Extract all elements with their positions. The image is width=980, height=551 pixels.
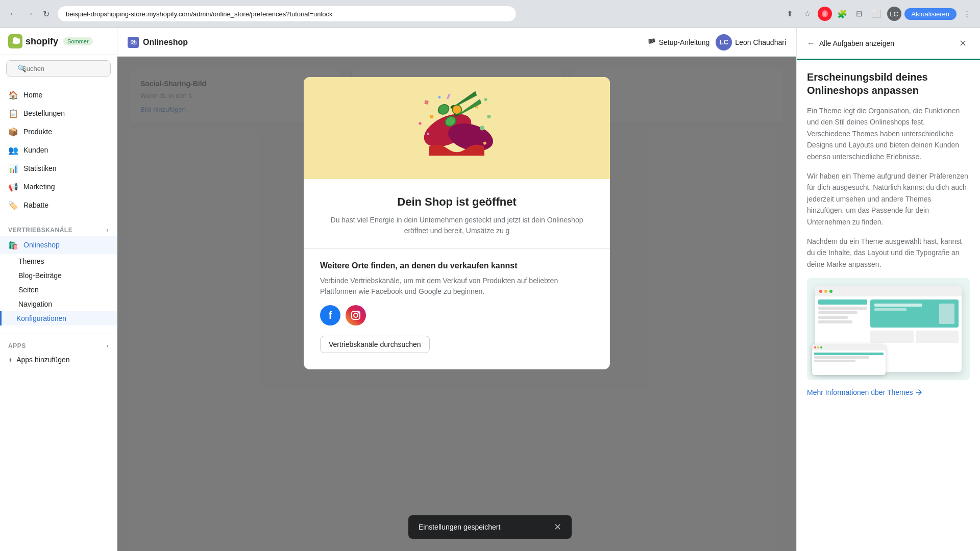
sidebar-item-analytics-label: Statistiken — [23, 164, 57, 172]
add-apps-button[interactable]: + Apps hinzufügen — [0, 352, 117, 368]
svg-point-17 — [480, 126, 484, 131]
sidebar-item-discounts-label: Rabatte — [23, 201, 48, 209]
url-text: beispiel-dropshipping-store.myshopify.co… — [66, 10, 333, 18]
sidebar-item-home[interactable]: 🏠 Home — [0, 86, 117, 104]
shopify-logo-icon — [8, 34, 22, 48]
sidebar-item-marketing-label: Marketing — [23, 183, 55, 191]
dot-green — [829, 290, 832, 293]
right-panel-text-1: Ein Theme legt die Organisation, die Fun… — [807, 105, 970, 162]
apps-arrow[interactable]: › — [107, 342, 109, 349]
tablet-view-button[interactable]: ⬜ — [870, 7, 884, 21]
preview-hero — [870, 299, 959, 328]
right-panel-close-button[interactable]: ✕ — [955, 36, 970, 51]
modal-overlay: Dein Shop ist geöffnet Du hast viel Ener… — [117, 57, 796, 551]
update-button[interactable]: Aktualisieren — [904, 8, 957, 20]
apps-section: Apps › + Apps hinzufügen — [0, 334, 117, 372]
sales-channels-arrow[interactable]: › — [107, 227, 109, 234]
sidebar-item-konfigurationen[interactable]: Konfigurationen — [0, 311, 117, 325]
online-store-icon: 🛍️ — [8, 240, 18, 250]
preview-cards-grid — [870, 331, 959, 343]
svg-point-14 — [436, 103, 451, 116]
profile-button[interactable]: LC — [887, 7, 901, 21]
sidebar-item-orders[interactable]: 📋 Bestellungen — [0, 104, 117, 122]
home-icon: 🏠 — [8, 90, 18, 100]
right-panel-content: Erscheinungsbild deines Onlineshops anpa… — [797, 60, 980, 407]
right-panel-back-button[interactable]: ← Alle Aufgaben anzeigen — [807, 39, 894, 48]
topbar-title-area: 🛍 Onlineshop — [128, 37, 188, 48]
share-button[interactable]: ⬆ — [783, 7, 797, 21]
modal-title: Dein Shop ist geöffnet — [320, 195, 594, 209]
preview-card-2 — [916, 331, 959, 343]
add-apps-label: Apps hinzufügen — [16, 356, 69, 364]
discounts-icon: 🏷️ — [8, 200, 18, 210]
extensions-button[interactable]: 🧩 — [835, 7, 849, 21]
overlay-dot-3 — [820, 346, 822, 348]
sidebar-item-navigation[interactable]: Navigation — [0, 297, 117, 311]
user-avatar: LC — [716, 34, 732, 51]
blog-posts-label: Blog-Beiträge — [18, 271, 62, 280]
toast-notification: Einstellungen gespeichert ✕ — [408, 515, 572, 539]
marketing-icon: 📢 — [8, 182, 18, 192]
themes-label: Themes — [18, 257, 44, 265]
svg-rect-3 — [484, 98, 487, 102]
browse-channels-button[interactable]: Vertriebskanäle durchsuchen — [320, 336, 430, 353]
sales-channels-section: Vertriebskanäle › 🛍️ Onlineshop Themes B… — [0, 218, 117, 334]
overlay-dot-2 — [817, 346, 819, 348]
customers-icon: 👥 — [8, 145, 18, 155]
user-initials: LC — [720, 38, 728, 46]
more-options-button[interactable]: ⋮ — [960, 7, 974, 21]
sidebar-item-analytics[interactable]: 📊 Statistiken — [0, 159, 117, 178]
setup-guide-button[interactable]: 🏴 Setup-Anleitung — [647, 38, 710, 46]
svg-point-1 — [823, 11, 826, 16]
main-content: 🛍 Onlineshop 🏴 Setup-Anleitung LC Leon C… — [117, 28, 796, 551]
modal-divider — [304, 248, 610, 249]
setup-flag-icon: 🏴 — [647, 38, 656, 46]
sales-channels-header: Vertriebskanäle › — [0, 222, 117, 236]
back-arrow-icon: ← — [807, 39, 815, 48]
sidebar-item-customers[interactable]: 👥 Kunden — [0, 141, 117, 159]
sidebar-search-area: 🔍 — [0, 55, 117, 82]
sidebar-toggle[interactable]: ⊟ — [852, 7, 867, 21]
preview-overlay-window — [812, 344, 886, 375]
right-panel: ← Alle Aufgaben anzeigen ✕ Erscheinungsb… — [796, 28, 980, 551]
user-account-button[interactable]: LC Leon Chaudhari — [716, 34, 786, 51]
sidebar-item-marketing[interactable]: 📢 Marketing — [0, 178, 117, 196]
topbar-actions: 🏴 Setup-Anleitung LC Leon Chaudhari — [647, 34, 786, 51]
back-button[interactable]: ← — [6, 7, 20, 21]
facebook-icon: f — [320, 305, 340, 325]
app-container: shopify Sommer 🔍 🏠 Home 📋 Bestellungen 📦… — [0, 28, 980, 551]
modal-illustration — [304, 77, 610, 179]
modal-body: Dein Shop ist geöffnet Du hast viel Ener… — [304, 179, 610, 369]
svg-point-22 — [358, 312, 359, 314]
sidebar-item-themes[interactable]: Themes — [0, 254, 117, 268]
preview-hero-line-2 — [874, 308, 906, 311]
toast-close-button[interactable]: ✕ — [554, 521, 561, 533]
shopify-logo-text: shopify — [26, 36, 58, 47]
right-panel-header: ← Alle Aufgaben anzeigen ✕ — [797, 28, 980, 60]
reload-button[interactable]: ↻ — [39, 7, 53, 21]
address-bar[interactable]: beispiel-dropshipping-store.myshopify.co… — [57, 6, 517, 22]
toast-message: Einstellungen gespeichert — [419, 523, 500, 531]
sidebar-item-online-store[interactable]: 🛍️ Onlineshop — [0, 236, 117, 254]
bookmark-button[interactable]: ☆ — [800, 7, 815, 21]
theme-preview-image — [807, 278, 970, 380]
sidebar-item-discounts[interactable]: 🏷️ Rabatte — [0, 196, 117, 214]
svg-point-21 — [354, 313, 358, 317]
sidebar-item-products[interactable]: 📦 Produkte — [0, 122, 117, 141]
setup-label: Setup-Anleitung — [659, 38, 710, 46]
sidebar-item-home-label: Home — [23, 91, 42, 99]
external-link-icon — [915, 389, 922, 396]
sidebar: shopify Sommer 🔍 🏠 Home 📋 Bestellungen 📦… — [0, 28, 117, 551]
sidebar-item-blog-posts[interactable]: Blog-Beiträge — [0, 268, 117, 283]
more-info-link[interactable]: Mehr Informationen über Themes — [807, 388, 970, 396]
search-input[interactable] — [6, 60, 111, 77]
svg-rect-2 — [424, 100, 429, 105]
analytics-icon: 📊 — [8, 163, 18, 173]
theme-preview-toolbar — [815, 286, 962, 296]
forward-button[interactable]: → — [22, 7, 37, 21]
pages-label: Seiten — [18, 286, 39, 294]
preview-hero-line-1 — [874, 304, 922, 307]
modal-dialog: Dein Shop ist geöffnet Du hast viel Ener… — [304, 77, 610, 369]
browser-chrome: ← → ↻ beispiel-dropshipping-store.myshop… — [0, 0, 980, 28]
sidebar-item-pages[interactable]: Seiten — [0, 283, 117, 297]
